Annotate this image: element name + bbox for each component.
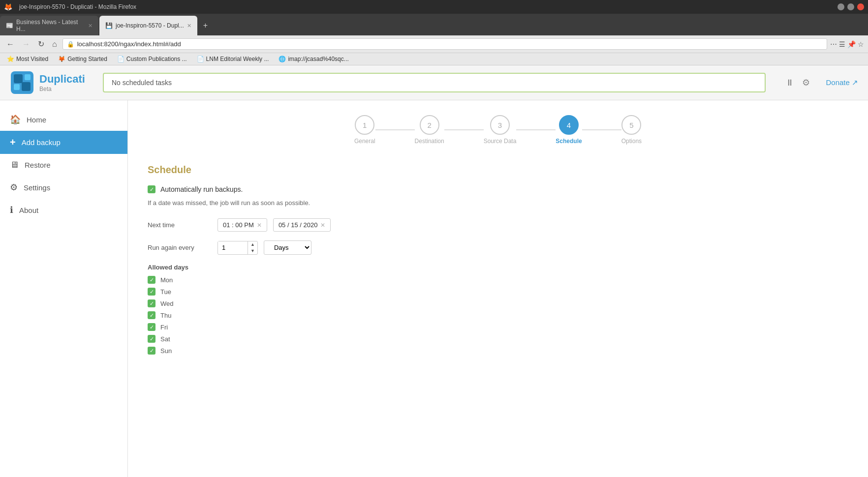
time-input[interactable]: 01 : 00 PM ✕	[217, 218, 267, 232]
wizard-steps: 1 General 2 Destination	[148, 115, 848, 145]
auto-run-row: ✓ Automatically run backups.	[148, 185, 848, 193]
step-5-col: 5 Options	[621, 115, 642, 145]
bookmark-icon-5: 🌐	[279, 56, 286, 62]
back-button[interactable]: ←	[4, 39, 17, 50]
maximize-button[interactable]	[847, 3, 854, 10]
bookmark-custom-publications[interactable]: 📄 Custom Publications ...	[114, 55, 190, 63]
settings-icon: ⚙	[10, 182, 18, 193]
auto-run-checkbox[interactable]: ✓	[148, 185, 155, 193]
sidebar-item-settings[interactable]: ⚙ Settings	[0, 176, 127, 199]
tab-bar: 📰 Business News - Latest H... ✕ 💾 joe-In…	[0, 14, 868, 35]
step-4-wrapper: 4 Schedule	[556, 115, 621, 145]
wed-checkbox[interactable]: ✓	[148, 299, 155, 307]
bookmark-label-4: LNM Editorial Weekly ...	[206, 56, 269, 62]
bookmark-imap[interactable]: 🌐 imap://jcasad%40sqc...	[276, 55, 351, 63]
step-3-circle[interactable]: 3	[490, 115, 510, 135]
tab-label-2: joe-Inspiron-5570 - Dupl...	[116, 22, 184, 29]
time-clear-button[interactable]: ✕	[257, 222, 262, 229]
title-bar: 🦊 joe-Inspiron-5570 - Duplicati - Mozill…	[0, 0, 868, 14]
run-again-row: Run again every ▲ ▼ Days Weeks Months	[148, 240, 848, 255]
step-2-label: Destination	[415, 138, 444, 145]
sat-checkbox[interactable]: ✓	[148, 335, 155, 343]
minimize-button[interactable]	[837, 3, 844, 10]
new-tab-button[interactable]: +	[198, 16, 213, 35]
reload-button[interactable]: ↻	[35, 38, 47, 50]
pocket-button[interactable]: 📌	[847, 40, 856, 48]
sidebar-label-restore: Restore	[25, 161, 51, 169]
bookmark-icon-2: 🦊	[58, 56, 65, 62]
auto-run-label: Automatically run backups.	[160, 185, 243, 193]
bookmark-icon-1: ⭐	[7, 56, 14, 62]
mon-checkbox[interactable]: ✓	[148, 276, 155, 284]
day-row-thu: ✓ Thu	[148, 311, 848, 319]
thu-checkbox[interactable]: ✓	[148, 311, 155, 319]
nav-bar: ← → ↻ ⌂ 🔒 ⋯ ☰ 📌 ☆	[0, 35, 868, 53]
bookmark-icon-4: 📄	[197, 56, 204, 62]
security-icon: 🔒	[67, 41, 74, 48]
app: Duplicati Beta No scheduled tasks ⏸ ⚙ Do…	[0, 65, 868, 477]
next-time-label: Next time	[148, 221, 212, 229]
next-time-row: Next time 01 : 00 PM ✕ 05 / 15 / 2020 ✕	[148, 218, 848, 232]
bookmark-label-5: imap://jcasad%40sqc...	[288, 56, 348, 62]
step-2-circle[interactable]: 2	[420, 115, 439, 135]
logo-text: Duplicati Beta	[39, 73, 85, 92]
nav-actions: ⋯ ☰ 📌 ☆	[830, 40, 864, 48]
tab-duplicati[interactable]: 💾 joe-Inspiron-5570 - Dupl... ✕	[99, 16, 197, 35]
reader-view-button[interactable]: ☰	[839, 40, 845, 48]
interval-input-wrap: ▲ ▼	[217, 241, 258, 255]
svg-rect-4	[25, 74, 31, 80]
sidebar-item-restore[interactable]: 🖥 Restore	[0, 154, 127, 176]
schedule-title: Schedule	[148, 164, 848, 176]
fri-checkbox[interactable]: ✓	[148, 323, 155, 331]
step-5-wrapper: 5 Options	[621, 115, 642, 145]
pause-button[interactable]: ⏸	[783, 76, 796, 90]
activity-button[interactable]: ⚙	[800, 75, 812, 90]
address-bar[interactable]	[77, 40, 823, 48]
bookmark-button[interactable]: ☆	[858, 40, 864, 48]
step-connector-1	[375, 129, 415, 130]
step-5-circle[interactable]: 5	[621, 115, 641, 135]
home-button[interactable]: ⌂	[50, 39, 60, 50]
tab-close-1[interactable]: ✕	[88, 23, 93, 29]
date-clear-button[interactable]: ✕	[320, 222, 325, 229]
close-button[interactable]	[857, 3, 864, 10]
tab-business-news[interactable]: 📰 Business News - Latest H... ✕	[0, 16, 98, 35]
forward-button[interactable]: →	[20, 39, 32, 50]
bookmarks-bar: ⭐ Most Visited 🦊 Getting Started 📄 Custo…	[0, 53, 868, 65]
step-3-col: 3 Source Data	[484, 115, 517, 145]
svg-rect-1	[14, 74, 23, 83]
donate-link[interactable]: Donate ↗	[826, 78, 858, 87]
more-options-button[interactable]: ⋯	[830, 40, 837, 48]
home-icon: 🏠	[10, 114, 21, 125]
day-row-mon: ✓ Mon	[148, 276, 848, 284]
step-4-circle[interactable]: 4	[559, 115, 579, 135]
step-3-label: Source Data	[484, 138, 517, 145]
step-4-col: 4 Schedule	[556, 115, 582, 145]
bookmark-most-visited[interactable]: ⭐ Most Visited	[4, 55, 51, 63]
date-input[interactable]: 05 / 15 / 2020 ✕	[273, 218, 331, 232]
step-5-number: 5	[629, 121, 633, 129]
window-title: joe-Inspiron-5570 - Duplicati - Mozilla …	[19, 3, 136, 10]
step-1-number: 1	[363, 121, 367, 129]
tab-close-2[interactable]: ✕	[187, 23, 191, 29]
spinner-buttons: ▲ ▼	[248, 241, 257, 254]
svg-rect-2	[22, 82, 31, 91]
tue-checkbox[interactable]: ✓	[148, 288, 155, 296]
bookmark-label-2: Getting Started	[67, 56, 107, 62]
sidebar-item-add-backup[interactable]: + Add backup	[0, 131, 127, 154]
increment-button[interactable]: ▲	[248, 241, 257, 248]
step-3-number: 3	[498, 121, 502, 129]
bookmark-lnm-editorial[interactable]: 📄 LNM Editorial Weekly ...	[194, 55, 272, 63]
interval-input[interactable]	[218, 241, 248, 254]
decrement-button[interactable]: ▼	[248, 248, 257, 254]
step-1-col: 1 General	[354, 115, 375, 145]
bookmark-getting-started[interactable]: 🦊 Getting Started	[55, 55, 110, 63]
time-value: 01 : 00 PM	[223, 221, 254, 229]
address-bar-container: 🔒	[62, 38, 827, 50]
sun-checkbox[interactable]: ✓	[148, 347, 155, 355]
sidebar-item-about[interactable]: ℹ About	[0, 199, 127, 221]
missed-date-info: If a date was missed, the job will run a…	[148, 199, 848, 207]
sidebar-item-home[interactable]: 🏠 Home	[0, 108, 127, 131]
interval-unit-select[interactable]: Days Weeks Months	[264, 240, 311, 255]
step-1-circle[interactable]: 1	[355, 115, 374, 135]
